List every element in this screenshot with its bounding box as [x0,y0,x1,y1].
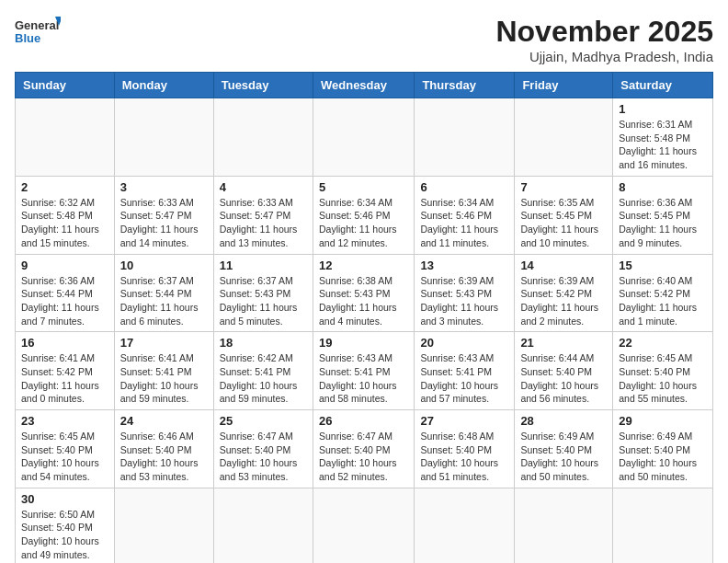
day-number: 15 [619,259,707,272]
day-number: 17 [120,336,208,350]
day-info: Sunrise: 6:47 AM Sunset: 5:40 PM Dayligh… [220,430,307,484]
calendar-week-row: 2Sunrise: 6:32 AM Sunset: 5:48 PM Daylig… [16,176,713,254]
day-info: Sunrise: 6:43 AM Sunset: 5:41 PM Dayligh… [319,351,408,406]
calendar-body: 1Sunrise: 6:31 AM Sunset: 5:48 PM Daylig… [16,98,713,564]
day-info: Sunrise: 6:34 AM Sunset: 5:46 PM Dayligh… [319,196,408,250]
day-number: 19 [319,336,408,350]
day-1: 1Sunrise: 6:31 AM Sunset: 5:48 PM Daylig… [613,98,713,177]
day-info: Sunrise: 6:36 AM Sunset: 5:45 PM Dayligh… [619,196,707,250]
header-friday: Friday [515,73,613,98]
header-sunday: Sunday [16,73,115,98]
day-info: Sunrise: 6:37 AM Sunset: 5:43 PM Dayligh… [220,274,307,328]
svg-text:General: General [15,18,59,32]
day-info: Sunrise: 6:35 AM Sunset: 5:45 PM Dayligh… [520,196,607,250]
header-saturday: Saturday [613,73,713,98]
day-number: 27 [420,414,508,428]
day-number: 4 [220,180,307,194]
day-info: Sunrise: 6:40 AM Sunset: 5:42 PM Dayligh… [619,274,707,328]
day-26: 26Sunrise: 6:47 AM Sunset: 5:40 PM Dayli… [313,410,414,488]
calendar-week-row: 1Sunrise: 6:31 AM Sunset: 5:48 PM Daylig… [16,98,713,177]
day-number: 11 [220,259,307,272]
day-7: 7Sunrise: 6:35 AM Sunset: 5:45 PM Daylig… [515,176,613,254]
day-number: 21 [520,336,607,350]
day-28: 28Sunrise: 6:49 AM Sunset: 5:40 PM Dayli… [515,410,613,488]
day-10: 10Sunrise: 6:37 AM Sunset: 5:44 PM Dayli… [114,254,213,332]
day-info: Sunrise: 6:46 AM Sunset: 5:40 PM Dayligh… [120,430,208,484]
day-23: 23Sunrise: 6:45 AM Sunset: 5:40 PM Dayli… [16,410,115,488]
day-30: 30Sunrise: 6:50 AM Sunset: 5:40 PM Dayli… [16,488,115,563]
day-info: Sunrise: 6:45 AM Sunset: 5:40 PM Dayligh… [619,351,707,406]
day-info: Sunrise: 6:43 AM Sunset: 5:41 PM Dayligh… [420,351,508,406]
day-21: 21Sunrise: 6:44 AM Sunset: 5:40 PM Dayli… [515,332,613,410]
day-number: 25 [220,414,307,428]
day-number: 1 [619,102,707,116]
empty-cell [213,98,313,177]
day-number: 2 [21,180,108,194]
day-29: 29Sunrise: 6:49 AM Sunset: 5:40 PM Dayli… [613,410,713,488]
day-info: Sunrise: 6:37 AM Sunset: 5:44 PM Dayligh… [120,274,208,328]
logo: General Blue [15,15,61,55]
empty-cell [114,488,213,563]
day-number: 5 [319,180,408,194]
empty-cell [415,488,515,563]
day-number: 3 [120,180,208,194]
day-info: Sunrise: 6:49 AM Sunset: 5:40 PM Dayligh… [520,430,607,484]
day-9: 9Sunrise: 6:36 AM Sunset: 5:44 PM Daylig… [16,254,115,332]
day-number: 10 [120,259,208,272]
location: Ujjain, Madhya Pradesh, India [495,49,713,64]
day-6: 6Sunrise: 6:34 AM Sunset: 5:46 PM Daylig… [415,176,515,254]
day-15: 15Sunrise: 6:40 AM Sunset: 5:42 PM Dayli… [613,254,713,332]
day-number: 7 [520,180,607,194]
day-number: 6 [420,180,508,194]
header-thursday: Thursday [415,73,515,98]
day-number: 18 [220,336,307,350]
day-27: 27Sunrise: 6:48 AM Sunset: 5:40 PM Dayli… [415,410,515,488]
calendar-table: SundayMondayTuesdayWednesdayThursdayFrid… [15,72,713,563]
day-info: Sunrise: 6:42 AM Sunset: 5:41 PM Dayligh… [220,351,307,406]
day-number: 13 [420,259,508,272]
day-info: Sunrise: 6:32 AM Sunset: 5:48 PM Dayligh… [21,196,108,250]
day-number: 8 [619,180,707,194]
day-number: 14 [520,259,607,272]
title-area: November 2025 Ujjain, Madhya Pradesh, In… [495,15,713,64]
day-11: 11Sunrise: 6:37 AM Sunset: 5:43 PM Dayli… [213,254,313,332]
header-monday: Monday [114,73,213,98]
month-title: November 2025 [495,15,713,49]
day-18: 18Sunrise: 6:42 AM Sunset: 5:41 PM Dayli… [213,332,313,410]
day-number: 9 [21,259,108,272]
day-25: 25Sunrise: 6:47 AM Sunset: 5:40 PM Dayli… [213,410,313,488]
day-2: 2Sunrise: 6:32 AM Sunset: 5:48 PM Daylig… [16,176,115,254]
empty-cell [16,98,115,177]
day-24: 24Sunrise: 6:46 AM Sunset: 5:40 PM Dayli… [114,410,213,488]
day-info: Sunrise: 6:45 AM Sunset: 5:40 PM Dayligh… [21,430,108,484]
empty-cell [213,488,313,563]
day-info: Sunrise: 6:44 AM Sunset: 5:40 PM Dayligh… [520,351,607,406]
page-header: General Blue November 2025 Ujjain, Madhy… [15,15,713,64]
day-17: 17Sunrise: 6:41 AM Sunset: 5:41 PM Dayli… [114,332,213,410]
day-info: Sunrise: 6:31 AM Sunset: 5:48 PM Dayligh… [619,118,707,172]
calendar-week-row: 9Sunrise: 6:36 AM Sunset: 5:44 PM Daylig… [16,254,713,332]
day-4: 4Sunrise: 6:33 AM Sunset: 5:47 PM Daylig… [213,176,313,254]
logo-svg: General Blue [15,15,61,55]
day-info: Sunrise: 6:34 AM Sunset: 5:46 PM Dayligh… [420,196,508,250]
day-info: Sunrise: 6:39 AM Sunset: 5:42 PM Dayligh… [520,274,607,328]
day-16: 16Sunrise: 6:41 AM Sunset: 5:42 PM Dayli… [16,332,115,410]
day-14: 14Sunrise: 6:39 AM Sunset: 5:42 PM Dayli… [515,254,613,332]
day-12: 12Sunrise: 6:38 AM Sunset: 5:43 PM Dayli… [313,254,414,332]
day-number: 28 [520,414,607,428]
calendar-week-row: 16Sunrise: 6:41 AM Sunset: 5:42 PM Dayli… [16,332,713,410]
empty-cell [515,98,613,177]
day-number: 16 [21,336,108,350]
day-info: Sunrise: 6:48 AM Sunset: 5:40 PM Dayligh… [420,430,508,484]
header-row: SundayMondayTuesdayWednesdayThursdayFrid… [16,73,713,98]
day-number: 12 [319,259,408,272]
day-20: 20Sunrise: 6:43 AM Sunset: 5:41 PM Dayli… [415,332,515,410]
day-info: Sunrise: 6:38 AM Sunset: 5:43 PM Dayligh… [319,274,408,328]
day-info: Sunrise: 6:39 AM Sunset: 5:43 PM Dayligh… [420,274,508,328]
header-wednesday: Wednesday [313,73,414,98]
empty-cell [114,98,213,177]
day-info: Sunrise: 6:50 AM Sunset: 5:40 PM Dayligh… [21,508,108,562]
day-number: 26 [319,414,408,428]
day-info: Sunrise: 6:33 AM Sunset: 5:47 PM Dayligh… [220,196,307,250]
day-5: 5Sunrise: 6:34 AM Sunset: 5:46 PM Daylig… [313,176,414,254]
